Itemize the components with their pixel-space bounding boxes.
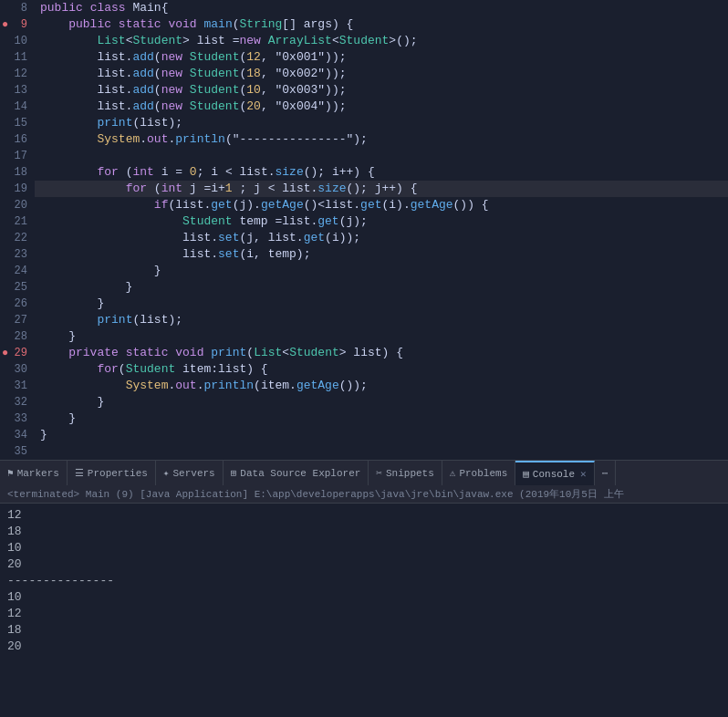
line-content (35, 443, 40, 460)
line-content: List<Student> list =new ArrayList<Studen… (35, 33, 418, 49)
code-line: 25 } (0, 279, 728, 296)
line-number: 27 (0, 312, 35, 328)
line-number: 29 (0, 345, 35, 361)
line-number: 9 (0, 16, 35, 33)
line-content: for (int i = 0; i < list.size(); i++) { (35, 164, 375, 181)
line-content: list.set(j, list.get(i)); (35, 230, 360, 246)
line-content: print(list); (35, 312, 182, 328)
line-content: list.add(new Student(20, "0x004")); (35, 99, 347, 115)
line-content: Student temp =list.get(j); (35, 213, 368, 230)
console-line: 10 (7, 540, 721, 556)
line-number: 33 (0, 410, 35, 427)
code-line: 32 } (0, 394, 728, 410)
code-line: 19 for (int j =i+1 ; j < list.size(); j+… (0, 181, 728, 197)
line-number: 12 (0, 66, 35, 82)
code-line: 8public class Main{ (0, 0, 728, 16)
code-line: 16 System.out.println("---------------")… (0, 131, 728, 148)
line-content: list.add(new Student(18, "0x002")); (35, 66, 347, 82)
code-line: 28 } (0, 328, 728, 345)
tab-item-data-source-explorer[interactable]: ⊞Data Source Explorer (224, 461, 369, 486)
tab-icon: ▤ (523, 468, 529, 480)
line-content: public class Main{ (35, 0, 168, 16)
code-line: 35 (0, 443, 728, 460)
line-content: System.out.println("---------------"); (35, 131, 368, 148)
tab-close-button[interactable]: ✕ (580, 468, 587, 480)
code-line: 17 (0, 148, 728, 164)
line-number: 23 (0, 246, 35, 263)
line-number: 11 (0, 49, 35, 66)
code-line: 12 list.add(new Student(18, "0x002")); (0, 66, 728, 82)
line-number: 26 (0, 296, 35, 312)
code-editor: 8public class Main{9 public static void … (0, 0, 728, 460)
code-line: 21 Student temp =list.get(j); (0, 213, 728, 230)
tab-icon: ✦ (163, 467, 170, 479)
console-area: <terminated> Main (9) [Java Application]… (0, 485, 728, 717)
code-line: 30 for(Student item:list) { (0, 361, 728, 378)
line-number: 14 (0, 99, 35, 115)
console-output: 12181020---------------10121820 (0, 504, 728, 717)
code-line: 9 public static void main(String[] args)… (0, 16, 728, 33)
line-number: 22 (0, 230, 35, 246)
console-line: 12 (7, 606, 721, 622)
code-line: 26 } (0, 296, 728, 312)
line-content: list.set(i, temp); (35, 246, 310, 263)
line-content: for(Student item:list) { (35, 361, 268, 378)
line-content: } (35, 427, 47, 443)
line-content: print(list); (35, 115, 182, 131)
code-line: 34} (0, 427, 728, 443)
console-header: <terminated> Main (9) [Java Application]… (0, 485, 728, 504)
console-line: 20 (7, 556, 721, 573)
tab-label: Servers (172, 468, 214, 479)
line-content: if(list.get(j).getAge()<list.get(i).getA… (35, 197, 489, 213)
tab-icon: ✂ (376, 467, 382, 479)
tab-icon: ⚠ (450, 467, 456, 479)
tab-label: Markers (17, 468, 59, 479)
line-number: 15 (0, 115, 35, 131)
line-content: public static void main(String[] args) { (35, 16, 353, 33)
code-line: 18 for (int i = 0; i < list.size(); i++)… (0, 164, 728, 181)
line-content: } (35, 394, 104, 410)
line-number: 21 (0, 213, 35, 230)
line-number: 16 (0, 131, 35, 148)
code-line: 29 private static void print(List<Studen… (0, 345, 728, 361)
line-content: System.out.println(item.getAge()); (35, 378, 368, 394)
code-line: 24 } (0, 263, 728, 279)
line-number: 31 (0, 378, 35, 394)
line-number: 13 (0, 82, 35, 99)
tab-item-problems[interactable]: ⚠Problems (442, 461, 515, 486)
tab-item-properties[interactable]: ☰Properties (68, 461, 156, 486)
tab-bar: ⚑Markers☰Properties✦Servers⊞Data Source … (0, 460, 728, 485)
line-number: 24 (0, 263, 35, 279)
line-content: list.add(new Student(12, "0x001")); (35, 49, 347, 66)
line-number: 18 (0, 164, 35, 181)
code-line: 14 list.add(new Student(20, "0x004")); (0, 99, 728, 115)
console-line: --------------- (7, 573, 721, 589)
line-number: 28 (0, 328, 35, 345)
code-line: 11 list.add(new Student(12, "0x001")); (0, 49, 728, 66)
code-line: 23 list.set(i, temp); (0, 246, 728, 263)
console-line: 18 (7, 622, 721, 639)
console-line: 10 (7, 589, 721, 606)
line-content: private static void print(List<Student> … (35, 345, 403, 361)
tab-icon: ⊞ (231, 467, 237, 479)
tab-label: Properties (88, 468, 148, 479)
console-line: 18 (7, 524, 721, 540)
console-line: 12 (7, 507, 721, 524)
line-number: 32 (0, 394, 35, 410)
line-content: } (35, 279, 132, 296)
code-line: 13 list.add(new Student(10, "0x003")); (0, 82, 728, 99)
line-content: list.add(new Student(10, "0x003")); (35, 82, 347, 99)
tab-icon: ☰ (75, 467, 84, 479)
tab-item-⋯[interactable]: ⋯ (595, 461, 617, 486)
line-number: 10 (0, 33, 35, 49)
line-content: } (35, 296, 104, 312)
tab-label: ⋯ (602, 467, 608, 479)
tab-item-markers[interactable]: ⚑Markers (0, 461, 68, 486)
line-content: } (35, 410, 76, 427)
code-line: 31 System.out.println(item.getAge()); (0, 378, 728, 394)
code-line: 10 List<Student> list =new ArrayList<Stu… (0, 33, 728, 49)
tab-item-servers[interactable]: ✦Servers (156, 461, 224, 486)
tab-item-console[interactable]: ▤Console✕ (515, 461, 594, 486)
tab-item-snippets[interactable]: ✂Snippets (369, 461, 442, 486)
line-number: 34 (0, 427, 35, 443)
